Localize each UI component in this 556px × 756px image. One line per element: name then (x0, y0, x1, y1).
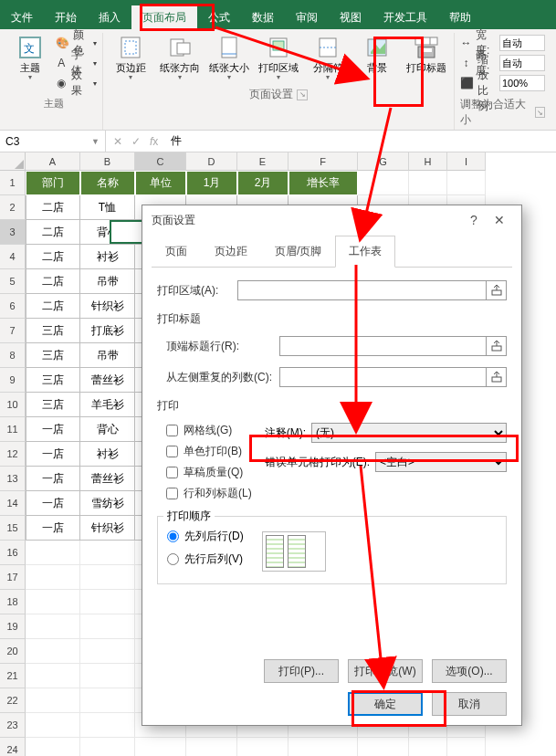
cell[interactable] (135, 738, 186, 756)
over-then-down-radio[interactable] (167, 553, 179, 565)
cell[interactable] (26, 614, 80, 639)
cell[interactable] (447, 171, 486, 195)
tab-file[interactable]: 文件 (0, 5, 44, 29)
ok-button[interactable]: 确定 (348, 692, 423, 716)
col-header[interactable]: H (409, 152, 447, 171)
range-picker-button[interactable] (487, 280, 507, 300)
cell[interactable]: 二店 (26, 294, 80, 319)
cell[interactable]: 蕾丝衫 (80, 368, 135, 393)
cell[interactable]: 单位 (135, 171, 186, 195)
row-header[interactable]: 6 (0, 294, 26, 319)
theme-effects[interactable]: ◉效果▾ (56, 73, 98, 93)
col-header[interactable]: B (80, 152, 135, 171)
cell[interactable] (26, 590, 80, 614)
formula-input[interactable]: 件 (165, 133, 556, 149)
tab-review[interactable]: 审阅 (285, 5, 329, 29)
rowcol-headings-checkbox[interactable] (166, 488, 178, 499)
row-header[interactable]: 3 (0, 220, 26, 245)
row-header[interactable]: 15 (0, 516, 26, 541)
cell[interactable] (409, 171, 447, 195)
row-header[interactable]: 23 (0, 713, 26, 738)
row-header[interactable]: 11 (0, 417, 26, 442)
row-header[interactable]: 14 (0, 491, 26, 516)
dialog-close-button[interactable]: ✕ (487, 213, 512, 227)
cell[interactable]: 一店 (26, 516, 80, 541)
accept-formula-icon[interactable]: ✓ (131, 135, 141, 148)
errors-select[interactable]: <空白> (375, 452, 507, 472)
cell[interactable]: T恤 (80, 195, 135, 220)
cell[interactable]: 针织衫 (80, 516, 135, 541)
cell[interactable] (447, 738, 486, 756)
cell[interactable] (288, 738, 358, 756)
tab-home[interactable]: 开始 (44, 5, 88, 29)
row-header[interactable]: 1 (0, 171, 26, 195)
cancel-formula-icon[interactable]: ✕ (113, 135, 122, 148)
cell[interactable] (80, 738, 135, 756)
cell[interactable] (26, 664, 80, 688)
cell[interactable] (80, 541, 135, 565)
row-header[interactable]: 22 (0, 688, 26, 713)
cell[interactable]: 一店 (26, 417, 80, 442)
cell[interactable] (80, 688, 135, 713)
cell[interactable] (358, 171, 409, 195)
tab-formulas[interactable]: 公式 (197, 5, 241, 29)
print-area-button[interactable]: 打印区域 (257, 33, 300, 83)
cell[interactable]: 背心 (80, 220, 135, 245)
row-header[interactable]: 13 (0, 467, 26, 491)
draft-checkbox[interactable] (166, 467, 178, 478)
options-button[interactable]: 选项(O)... (432, 659, 507, 683)
tab-view[interactable]: 视图 (329, 5, 372, 29)
cell[interactable]: 一店 (26, 442, 80, 467)
row-header[interactable]: 8 (0, 343, 26, 368)
tab-page-layout[interactable]: 页面布局 (131, 5, 197, 29)
scale-width-input[interactable] (499, 35, 545, 51)
tab-data[interactable]: 数据 (241, 5, 285, 29)
bw-checkbox[interactable] (166, 446, 178, 457)
cell[interactable]: 三店 (26, 393, 80, 417)
scale-launcher[interactable]: ↘ (535, 107, 545, 118)
row-header[interactable]: 20 (0, 639, 26, 664)
page-setup-launcher[interactable]: ↘ (297, 89, 308, 100)
margins-button[interactable]: 页边距 (109, 33, 152, 83)
cell[interactable]: 雪纺衫 (80, 491, 135, 516)
print-titles-button[interactable]: 打印标题 (404, 33, 448, 75)
cell[interactable]: 针织衫 (80, 294, 135, 319)
row-header[interactable]: 12 (0, 442, 26, 467)
col-header[interactable]: D (186, 152, 237, 171)
cell[interactable] (80, 713, 135, 738)
themes-button[interactable]: 文 主题 (11, 33, 50, 83)
cell[interactable]: 吊带 (80, 343, 135, 368)
print-button[interactable]: 打印(P)... (264, 659, 339, 683)
cell[interactable] (26, 738, 80, 756)
cell[interactable]: 二店 (26, 269, 80, 294)
cell[interactable]: 1月 (186, 171, 237, 195)
range-picker-button[interactable] (487, 367, 507, 387)
cell[interactable]: 三店 (26, 368, 80, 393)
row-header[interactable]: 24 (0, 738, 26, 756)
scale-input[interactable] (499, 75, 545, 91)
cell[interactable]: 三店 (26, 343, 80, 368)
row-header[interactable]: 10 (0, 393, 26, 417)
select-all-corner[interactable] (0, 152, 26, 171)
cell[interactable] (26, 541, 80, 565)
col-header[interactable]: F (288, 152, 358, 171)
top-rows-input[interactable] (279, 336, 487, 356)
row-header[interactable]: 5 (0, 269, 26, 294)
cell[interactable]: 三店 (26, 319, 80, 343)
cell[interactable]: 蕾丝衫 (80, 467, 135, 491)
cell[interactable] (26, 565, 80, 590)
size-button[interactable]: 纸张大小 (207, 33, 251, 83)
col-header[interactable]: G (358, 152, 409, 171)
range-picker-button[interactable] (487, 336, 507, 356)
cell[interactable] (80, 664, 135, 688)
cell[interactable] (26, 639, 80, 664)
comments-select[interactable]: (无) (311, 423, 507, 443)
row-header[interactable]: 17 (0, 565, 26, 590)
cell[interactable]: 衬衫 (80, 442, 135, 467)
cell[interactable] (409, 738, 447, 756)
cell[interactable]: 羊毛衫 (80, 393, 135, 417)
cell[interactable]: 一店 (26, 491, 80, 516)
cell[interactable]: 衬衫 (80, 245, 135, 269)
cell[interactable] (80, 565, 135, 590)
cell[interactable]: 吊带 (80, 269, 135, 294)
